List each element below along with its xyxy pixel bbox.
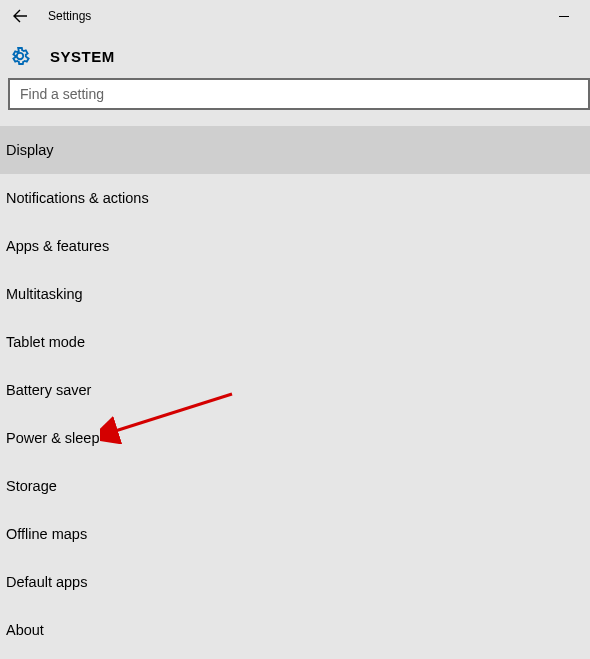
list-item[interactable]: Power & sleep — [0, 414, 590, 462]
list-item-label: Power & sleep — [6, 430, 100, 446]
list-item[interactable]: Notifications & actions — [0, 174, 590, 222]
titlebar: Settings — [0, 0, 590, 32]
list-item[interactable]: Battery saver — [0, 366, 590, 414]
list-item-label: Multitasking — [6, 286, 83, 302]
list-item-label: Offline maps — [6, 526, 87, 542]
list-item[interactable]: Storage — [0, 462, 590, 510]
list-item[interactable]: Default apps — [0, 558, 590, 606]
list-item[interactable]: Multitasking — [0, 270, 590, 318]
window-title: Settings — [48, 9, 91, 23]
settings-gear-icon — [8, 44, 32, 68]
list-item[interactable]: Apps & features — [0, 222, 590, 270]
page-title: SYSTEM — [50, 48, 115, 65]
search-wrap — [0, 78, 590, 110]
back-button[interactable] — [0, 0, 40, 32]
list-item[interactable]: Display — [0, 126, 590, 174]
list-item-label: Tablet mode — [6, 334, 85, 350]
search-input[interactable] — [8, 78, 590, 110]
titlebar-left: Settings — [0, 0, 91, 32]
list-item-label: Display — [6, 142, 54, 158]
minimize-button[interactable] — [541, 0, 586, 32]
minimize-icon — [559, 16, 569, 17]
list-item-label: Default apps — [6, 574, 87, 590]
list-item-label: Notifications & actions — [6, 190, 149, 206]
settings-list: DisplayNotifications & actionsApps & fea… — [0, 126, 590, 654]
list-item-label: Apps & features — [6, 238, 109, 254]
list-item-label: Storage — [6, 478, 57, 494]
list-item[interactable]: About — [0, 606, 590, 654]
list-item[interactable]: Tablet mode — [0, 318, 590, 366]
header: SYSTEM — [0, 32, 590, 78]
list-item-label: About — [6, 622, 44, 638]
list-item-label: Battery saver — [6, 382, 91, 398]
back-arrow-icon — [12, 8, 28, 24]
list-item[interactable]: Offline maps — [0, 510, 590, 558]
